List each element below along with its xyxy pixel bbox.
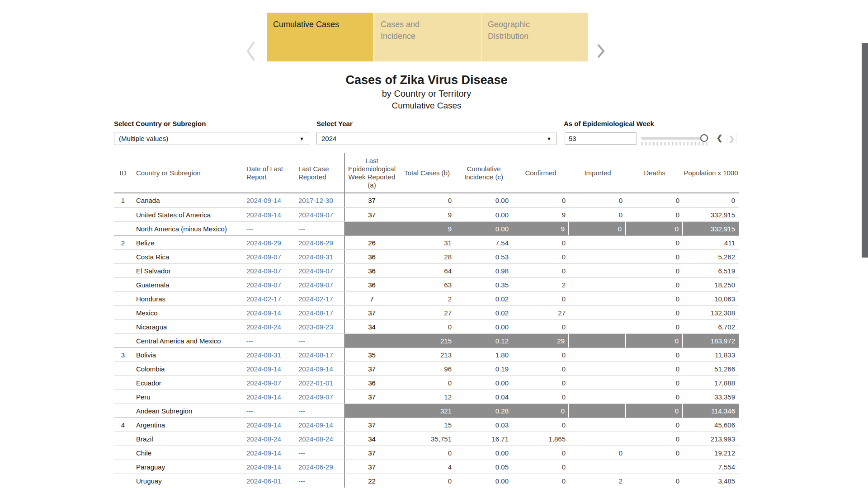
week-increment-button[interactable]: ❯ [727, 134, 736, 143]
cell-date-link[interactable]: 2024-09-14 [244, 362, 296, 375]
cell-date-link[interactable]: --- [244, 404, 296, 418]
cell-date-link[interactable]: 2024-08-24 [296, 432, 344, 446]
cell-date-link[interactable]: 2024-02-17 [296, 292, 344, 305]
cell-date-link[interactable]: --- [296, 474, 344, 488]
cell-date-link[interactable]: 2024-09-07 [296, 208, 344, 221]
table-row[interactable]: Honduras2024-02-172024-02-17720.020010,0… [114, 291, 739, 305]
col-header-id[interactable]: ID [114, 153, 132, 192]
cell-date-link[interactable]: --- [296, 222, 344, 235]
cell-date-link[interactable]: 2024-09-14 [244, 193, 296, 207]
cell-date-link[interactable]: 2024-09-07 [296, 264, 344, 277]
table-row[interactable]: Peru2024-09-142024-09-0737120.040033,359 [114, 389, 739, 404]
cell-date-link[interactable]: 2024-09-07 [244, 250, 296, 263]
cell-date-link[interactable]: 2024-08-31 [296, 250, 344, 263]
table-row[interactable]: Costa Rica2024-09-072024-08-3136280.5300… [114, 249, 739, 263]
tab-cumulative-cases[interactable]: Cumulative Cases [267, 13, 373, 61]
cell-date-link[interactable]: 2023-09-23 [296, 320, 344, 333]
week-slider-track[interactable] [641, 137, 708, 140]
cell-total-cases: 0 [399, 193, 455, 207]
tabs-next-arrow-icon[interactable] [594, 38, 608, 64]
cell-date-link[interactable]: 2024-09-14 [296, 362, 344, 375]
cell-date-link[interactable]: --- [296, 334, 344, 347]
table-row[interactable]: Nicaragua2024-08-242023-09-233400.00006,… [114, 319, 739, 333]
table-row[interactable]: United States of America2024-09-142024-0… [114, 207, 739, 221]
cell-epi-week: 37 [344, 193, 399, 207]
cell-date-link[interactable]: 2024-09-14 [244, 390, 296, 404]
cell-imported [569, 376, 626, 389]
cell-date-link[interactable]: --- [296, 404, 344, 418]
col-header-imported[interactable]: Imported [569, 153, 626, 192]
cell-date-link[interactable]: 2024-02-17 [244, 292, 296, 305]
cell-date-link[interactable]: 2024-09-07 [296, 278, 344, 291]
table-row[interactable]: Brazil2024-08-242024-08-243435,75116.711… [114, 432, 739, 446]
cell-confirmed: 29 [512, 334, 569, 347]
table-row[interactable]: Guatemala2024-09-072024-09-0736630.35201… [114, 277, 739, 291]
table-row[interactable]: Chile2024-09-14---3700.0000019,212 [114, 446, 739, 460]
table-row[interactable]: Ecuador2024-09-072022-01-013600.000017,8… [114, 375, 739, 389]
cell-date-link[interactable]: 2024-08-24 [244, 320, 296, 333]
table-row[interactable]: 3Bolivia2024-08-312024-08-17352131.80001… [114, 347, 739, 361]
table-row[interactable]: 1Canada2024-09-142017-12-303700.000000 [114, 193, 739, 207]
cell-cumulative-incidence: 0.02 [455, 306, 512, 319]
table-row[interactable]: Paraguay2024-09-142024-06-293740.0507,55… [114, 460, 739, 474]
country-filter-dropdown[interactable]: (Multiple values) ▼ [114, 132, 309, 145]
cell-date-link[interactable]: 2022-01-01 [296, 376, 344, 389]
col-header-population[interactable]: Population x 1000 [683, 153, 739, 192]
vertical-scrollbar-thumb[interactable] [862, 43, 868, 258]
tab-cases-and-incidence[interactable]: Cases and Incidence [374, 13, 481, 61]
cell-date-link[interactable]: 2024-09-07 [244, 264, 296, 277]
col-header-confirmed[interactable]: Confirmed [512, 153, 569, 192]
cell-date-link[interactable]: 2024-09-14 [244, 306, 296, 319]
year-filter-dropdown[interactable]: 2024 ▼ [316, 132, 557, 145]
cell-date-link[interactable]: --- [296, 446, 344, 460]
col-header-deaths[interactable]: Deaths [626, 153, 683, 192]
table-row[interactable]: Mexico2024-09-142024-08-1737270.02270132… [114, 305, 739, 319]
cell-date-link[interactable]: 2024-09-07 [244, 376, 296, 389]
cell-date-link[interactable]: 2024-06-29 [296, 460, 344, 474]
cell-population: 213,993 [683, 432, 739, 446]
tab-geographic-distribution[interactable]: Geographic Distribution [481, 13, 588, 61]
cell-cumulative-incidence: 0.03 [455, 418, 512, 432]
col-header-cumulative-incidence[interactable]: Cumulative Incidence (c) [455, 153, 512, 192]
cell-date-link[interactable]: 2024-09-07 [296, 390, 344, 404]
col-header-date-of-last-report[interactable]: Date of Last Report [244, 153, 296, 192]
col-header-last-case-reported[interactable]: Last Case Reported [296, 153, 344, 192]
cell-id [114, 362, 132, 375]
cell-date-link[interactable]: 2024-09-14 [244, 208, 296, 221]
table-row[interactable]: North America (minus Mexico)------90.009… [114, 221, 739, 235]
cell-date-link[interactable]: 2024-09-07 [244, 278, 296, 291]
week-slider-handle[interactable] [700, 134, 708, 142]
cell-id [114, 278, 132, 291]
col-header-country[interactable]: Country or Subregion [132, 153, 244, 192]
cell-population: 3,485 [683, 474, 739, 488]
cell-date-link[interactable]: 2024-08-17 [296, 348, 344, 361]
tabs-prev-arrow-icon[interactable] [244, 38, 258, 64]
cell-date-link[interactable]: 2024-08-31 [244, 348, 296, 361]
cell-date-link[interactable]: 2017-12-30 [296, 193, 344, 207]
cell-date-link[interactable]: 2024-09-14 [296, 418, 344, 432]
cell-date-link[interactable]: --- [244, 222, 296, 235]
table-row[interactable]: 4Argentina2024-09-142024-09-1437150.0300… [114, 418, 739, 432]
table-row[interactable]: Andean Subregion------3210.2800114,346 [114, 404, 739, 418]
cell-date-link[interactable]: 2024-08-24 [244, 432, 296, 446]
week-decrement-button[interactable]: ❮ [715, 134, 724, 143]
col-header-last-epi-week[interactable]: Last Epidemiological Week Reported (a) [344, 153, 399, 192]
cell-date-link[interactable]: 2024-09-14 [244, 418, 296, 432]
cell-date-link[interactable]: --- [244, 334, 296, 347]
table-row[interactable]: 2Belize2024-06-292024-06-2926317.5400411 [114, 235, 739, 249]
week-input[interactable] [565, 132, 637, 145]
cell-date-link[interactable]: 2024-06-01 [244, 474, 296, 488]
cell-date-link[interactable]: 2024-06-29 [296, 236, 344, 249]
table-row[interactable]: Central America and Mexico------2150.122… [114, 333, 739, 347]
table-row[interactable]: El Salvador2024-09-072024-09-0736640.980… [114, 263, 739, 277]
table-row[interactable]: Colombia2024-09-142024-09-1437960.190051… [114, 361, 739, 375]
cell-date-link[interactable]: 2024-08-17 [296, 306, 344, 319]
cell-confirmed: 0 [512, 348, 569, 361]
col-header-total-cases[interactable]: Total Cases (b) [399, 153, 455, 192]
cell-country: Central America and Mexico [132, 334, 244, 347]
table-row[interactable]: Uruguay2024-06-01---2200.000203,485 [114, 474, 739, 488]
tab-label: Cumulative Cases [273, 19, 341, 30]
cell-date-link[interactable]: 2024-06-29 [244, 236, 296, 249]
cell-date-link[interactable]: 2024-09-14 [244, 446, 296, 460]
cell-date-link[interactable]: 2024-09-14 [244, 460, 296, 474]
